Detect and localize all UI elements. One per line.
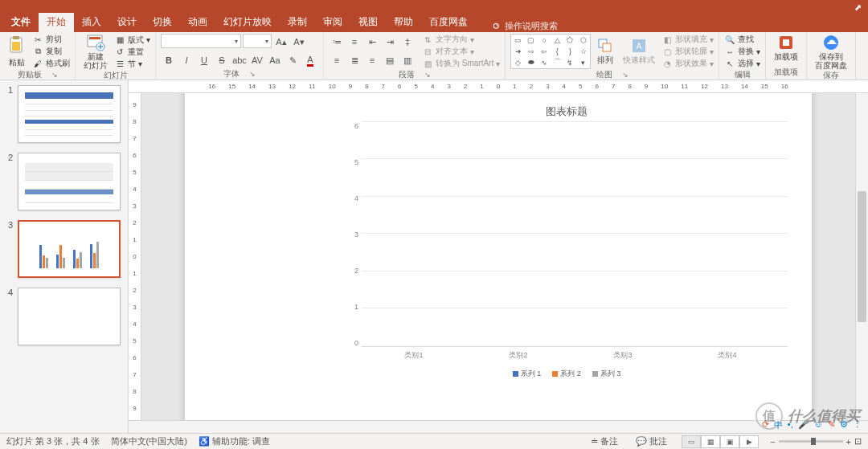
- accessibility-check[interactable]: ♿ 辅助功能: 调查: [199, 435, 270, 447]
- replace-button[interactable]: ↔替换 ▾: [724, 46, 760, 57]
- tab-file[interactable]: 文件: [3, 13, 39, 32]
- tell-me-search[interactable]: 操作说明搜索: [492, 20, 558, 32]
- ime-toolbar[interactable]: ⟳中•,🎤☺✎⚙⋮: [762, 419, 862, 431]
- change-case-button[interactable]: Aa: [267, 52, 283, 68]
- shadow-button[interactable]: abc: [231, 52, 248, 68]
- status-bar: 幻灯片 第 3 张，共 4 张 简体中文(中国大陆) ♿ 辅助功能: 调查 ≐ …: [0, 433, 868, 449]
- zoom-in-button[interactable]: +: [846, 437, 851, 447]
- text-direction-button[interactable]: ⇅文字方向 ▾: [422, 34, 500, 45]
- paste-button[interactable]: 粘贴: [5, 35, 29, 68]
- slideshow-view-button[interactable]: ▶: [739, 435, 759, 448]
- language-indicator[interactable]: 简体中文(中国大陆): [111, 435, 187, 447]
- reset-button[interactable]: ↺重置: [114, 47, 150, 58]
- smartart-button[interactable]: ▧转换为 SmartArt ▾: [422, 58, 500, 69]
- sorter-view-button[interactable]: ▦: [701, 435, 720, 448]
- underline-button[interactable]: U: [196, 52, 212, 68]
- font-family-combo[interactable]: [161, 34, 241, 48]
- clipboard-dialog-icon[interactable]: ↘: [51, 71, 58, 79]
- new-slide-button[interactable]: 新建 幻灯片: [80, 34, 111, 70]
- comments-button[interactable]: 💬 批注: [633, 435, 670, 447]
- vertical-ruler[interactable]: 9876543210123456789: [129, 93, 141, 420]
- italic-button[interactable]: I: [178, 52, 194, 68]
- drawing-dialog-icon[interactable]: ↘: [622, 71, 628, 79]
- quick-styles-button[interactable]: A 快速样式: [620, 38, 658, 66]
- bullets-button[interactable]: ≔: [329, 34, 345, 50]
- tab-review[interactable]: 审阅: [315, 13, 350, 32]
- copy-button[interactable]: ⧉复制: [32, 46, 70, 57]
- shape-outline-button[interactable]: ▢形状轮廓 ▾: [661, 46, 714, 57]
- thumbnail-4[interactable]: [18, 288, 121, 345]
- thumbnail-3[interactable]: [18, 220, 121, 278]
- slide-canvas[interactable]: 图表标题 6543210 类别1类别2类别3类别4 系列 1系列 2系列 3: [141, 93, 855, 420]
- grow-font-button[interactable]: A▴: [273, 34, 289, 50]
- tab-home[interactable]: 开始: [39, 13, 74, 32]
- bold-button[interactable]: B: [161, 52, 177, 68]
- shrink-font-button[interactable]: A▾: [291, 34, 307, 50]
- plot-area: [362, 122, 788, 347]
- slide-editor: 1615141312111098765432101234567891011121…: [129, 80, 868, 433]
- zoom-slider[interactable]: − + ⊡: [770, 436, 862, 447]
- increase-indent-button[interactable]: ⇥: [382, 34, 398, 50]
- shapes-gallery[interactable]: ▭▢○△⬠⬡ ➜⇨⇦{}☆ ◇⬬∿⌒↯▾: [510, 34, 591, 69]
- reading-view-button[interactable]: ▣: [720, 435, 739, 448]
- decrease-indent-button[interactable]: ⇤: [364, 34, 380, 50]
- align-right-button[interactable]: ≡: [364, 52, 380, 68]
- tab-record[interactable]: 录制: [280, 13, 315, 32]
- tab-animation[interactable]: 动画: [180, 13, 215, 32]
- thumbnail-1[interactable]: [18, 85, 121, 143]
- normal-view-button[interactable]: ▭: [682, 435, 701, 448]
- arrange-button[interactable]: 排列: [594, 38, 616, 66]
- shape-effects-button[interactable]: ◔形状效果 ▾: [661, 58, 714, 69]
- format-painter-button[interactable]: 🖌格式刷: [32, 58, 70, 69]
- tab-baidu[interactable]: 百度网盘: [421, 13, 476, 32]
- font-size-combo[interactable]: [243, 34, 272, 48]
- tab-help[interactable]: 帮助: [386, 13, 421, 32]
- font-dialog-icon[interactable]: ↘: [249, 70, 256, 78]
- copy-icon: ⧉: [32, 46, 43, 57]
- select-button[interactable]: ↖选择 ▾: [724, 58, 760, 69]
- align-left-button[interactable]: ≡: [329, 52, 345, 68]
- tab-insert[interactable]: 插入: [74, 13, 109, 32]
- align-text-button[interactable]: ⊟对齐文本 ▾: [422, 46, 500, 57]
- highlight-button[interactable]: ✎: [285, 52, 301, 68]
- notes-button[interactable]: ≐ 备注: [588, 435, 621, 447]
- paintbrush-icon: 🖌: [32, 58, 43, 69]
- paragraph-dialog-icon[interactable]: ↘: [424, 71, 431, 79]
- addin-button[interactable]: 加载项: [771, 34, 801, 61]
- slide-thumbnails[interactable]: 1 2 3 4: [0, 80, 129, 433]
- find-button[interactable]: 🔍查找: [724, 34, 760, 45]
- columns-button[interactable]: ▥: [399, 52, 416, 68]
- tab-transition[interactable]: 切换: [145, 13, 180, 32]
- fit-window-button[interactable]: ⊡: [854, 436, 862, 447]
- strike-button[interactable]: S: [214, 52, 230, 68]
- section-button[interactable]: ☰节 ▾: [114, 59, 150, 70]
- chart-title[interactable]: 图表标题: [346, 104, 788, 119]
- view-buttons: ▭ ▦ ▣ ▶: [682, 435, 759, 448]
- justify-button[interactable]: ▤: [382, 52, 398, 68]
- align-center-button[interactable]: ≣: [346, 52, 362, 68]
- slide[interactable]: 图表标题 6543210 类别1类别2类别3类别4 系列 1系列 2系列 3: [185, 93, 812, 420]
- tab-design[interactable]: 设计: [109, 13, 145, 32]
- shape-fill-button[interactable]: ◧形状填充 ▾: [661, 34, 714, 45]
- layout-button[interactable]: ▦版式 ▾: [114, 35, 150, 46]
- save-baidu-button[interactable]: 保存到 百度网盘: [812, 34, 850, 70]
- fill-icon: ◧: [661, 34, 673, 45]
- vertical-scrollbar[interactable]: [855, 93, 868, 420]
- zoom-out-button[interactable]: −: [770, 437, 775, 447]
- tab-slideshow[interactable]: 幻灯片放映: [215, 13, 280, 32]
- svg-rect-3: [12, 42, 20, 51]
- share-button[interactable]: ⬈: [854, 2, 862, 13]
- line-spacing-button[interactable]: ‡: [399, 34, 416, 50]
- tab-view[interactable]: 视图: [350, 13, 386, 32]
- svg-text:A: A: [637, 42, 642, 51]
- slide-counter[interactable]: 幻灯片 第 3 张，共 4 张: [6, 435, 100, 447]
- horizontal-ruler[interactable]: 1615141312111098765432101234567891011121…: [129, 80, 868, 93]
- thumbnail-2[interactable]: [18, 153, 121, 210]
- char-spacing-button[interactable]: AV: [249, 52, 265, 68]
- search-icon: 🔍: [724, 34, 735, 45]
- horizontal-scrollbar[interactable]: [129, 420, 868, 433]
- cut-button[interactable]: ✂剪切: [32, 34, 70, 45]
- chart[interactable]: 图表标题 6543210 类别1类别2类别3类别4 系列 1系列 2系列 3: [346, 104, 788, 410]
- font-color-button[interactable]: A: [302, 52, 318, 68]
- numbering-button[interactable]: ≡: [346, 34, 362, 50]
